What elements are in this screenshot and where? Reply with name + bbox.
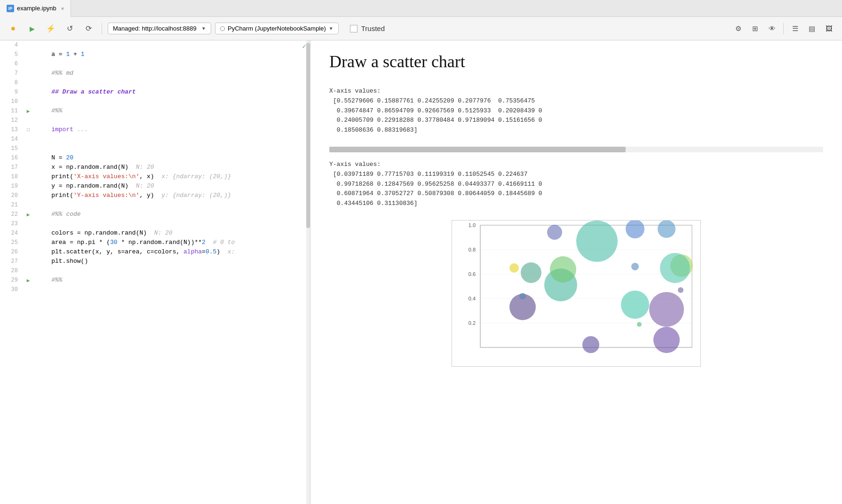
svg-text:0.6: 0.6 <box>469 271 476 277</box>
output-hscrollbar-thumb <box>329 147 626 152</box>
svg-text:0.4: 0.4 <box>469 296 476 301</box>
svg-point-17 <box>521 262 541 283</box>
svg-point-28 <box>660 253 690 283</box>
svg-point-22 <box>621 291 649 319</box>
tab-filename: example.ipynb <box>17 5 56 12</box>
trusted-checkbox[interactable] <box>350 25 357 32</box>
svg-text:0.8: 0.8 <box>469 247 476 252</box>
svg-point-20 <box>547 225 562 240</box>
svg-text:0.2: 0.2 <box>469 320 476 326</box>
run-button[interactable]: ● <box>6 21 21 36</box>
kernel-status-circle <box>220 26 225 31</box>
image-icon[interactable]: 🖼 <box>821 21 836 36</box>
cell-run-11[interactable]: ▶ <box>24 106 33 116</box>
tab-close-button[interactable]: × <box>61 6 64 11</box>
code-line-21: 21 <box>0 200 310 210</box>
code-line-24: 24 colors = np.random.rand(N) N: 20 <box>0 228 310 238</box>
view-icon[interactable]: 👁 <box>764 21 779 36</box>
server-dropdown-arrow: ▼ <box>201 26 206 31</box>
code-line-29: 29 ▶ #%% <box>0 276 310 285</box>
code-scrollbar-thumb <box>306 43 310 228</box>
code-line-6: 6 <box>0 59 310 69</box>
svg-point-23 <box>576 220 618 262</box>
main-area: ✓ 4 5 a = 1 + 1 6 7 #%% md 8 <box>0 40 842 504</box>
refresh-button[interactable]: ⟳ <box>81 21 96 36</box>
code-line-14: 14 <box>0 134 310 144</box>
code-line-5: 5 a = 1 + 1 <box>0 50 310 59</box>
toolbar: ● ▶ ⚡ ↺ ⟳ Managed: http://localhost:8889… <box>0 17 842 40</box>
yaxis-label: Y-axis values: <box>329 160 823 170</box>
svg-point-19 <box>550 256 576 283</box>
toolbar-separator-2 <box>783 23 784 34</box>
code-line-13: 13 □ import ... <box>0 125 310 134</box>
svg-point-29 <box>653 327 680 353</box>
svg-point-24 <box>658 220 675 238</box>
code-line-16: 16 N = 20 <box>0 153 310 163</box>
code-line-8: 8 <box>0 78 310 87</box>
trusted-label: Trusted <box>361 24 385 32</box>
code-line-23: 23 <box>0 219 310 228</box>
code-panel[interactable]: ✓ 4 5 a = 1 + 1 6 7 #%% md 8 <box>0 40 310 504</box>
notebook-tab[interactable]: IP example.ipynb × <box>0 0 71 17</box>
code-line-11: 11 ▶ #%% <box>0 106 310 116</box>
svg-point-27 <box>637 322 642 327</box>
code-line-7: 7 #%% md <box>0 69 310 78</box>
toolbar-separator-1 <box>102 23 102 34</box>
xaxis-output: X-axis values: [0.55279606 0.15887761 0.… <box>329 87 823 135</box>
scatter-chart: 1.0 0.8 0.6 0.4 0.2 <box>452 220 701 366</box>
kernel-dropdown-arrow: ▼ <box>329 26 334 31</box>
output-panel[interactable]: Draw a scatter chart X-axis values: [0.5… <box>310 40 842 504</box>
code-line-19: 19 y = np.random.rand(N) N: 20 <box>0 181 310 191</box>
code-line-27: 27 plt.show() <box>0 257 310 266</box>
svg-point-26 <box>649 292 684 327</box>
tab-bar: IP example.ipynb × <box>0 0 842 17</box>
output-title: Draw a scatter chart <box>329 52 823 71</box>
yaxis-data: [0.03971189 0.77715703 0.11199319 0.1105… <box>333 170 823 209</box>
svg-point-16 <box>519 293 526 299</box>
code-line-20: 20 print('Y-axis values:\n', y) y: {ndar… <box>0 191 310 200</box>
xaxis-data: [0.55279606 0.15887761 0.24255209 0.2077… <box>333 96 823 135</box>
cell-status-checkmark: ✓ <box>302 42 306 50</box>
kernel-selector[interactable]: PyCharm (JupyterNotebookSample) ▼ <box>215 23 339 34</box>
code-line-30: 30 <box>0 285 310 294</box>
code-line-10: 10 <box>0 97 310 106</box>
code-line-26: 26 plt.scatter(x, y, s=area, c=colors, a… <box>0 247 310 257</box>
code-line-28: 28 <box>0 266 310 276</box>
code-line-9: 9 ## Draw a scatter chart <box>0 87 310 97</box>
code-line-15: 15 <box>0 144 310 153</box>
toolbar-right: ⚙ ⊞ 👁 ☰ ▤ 🖼 <box>731 21 836 36</box>
code-line-25: 25 area = np.pi * (30 * np.random.rand(N… <box>0 238 310 247</box>
code-line-17: 17 x = np.random.rand(N) N: 20 <box>0 163 310 172</box>
server-selector[interactable]: Managed: http://localhost:8889 ▼ <box>108 23 211 34</box>
columns-icon[interactable]: ⊞ <box>747 21 763 36</box>
cell-run-22[interactable]: ▶ <box>24 210 33 219</box>
run-all-button[interactable]: ▶ <box>24 21 40 36</box>
cell-run-29[interactable]: ▶ <box>24 276 33 285</box>
restart-button[interactable]: ↺ <box>62 21 77 36</box>
code-scrollbar[interactable] <box>306 40 310 504</box>
svg-point-21 <box>509 263 519 273</box>
output-hscrollbar[interactable] <box>329 147 823 152</box>
svg-text:1.0: 1.0 <box>469 222 476 228</box>
svg-point-31 <box>631 263 639 270</box>
code-line-4: 4 <box>0 40 310 50</box>
server-label: Managed: http://localhost:8889 <box>113 25 197 32</box>
svg-point-33 <box>582 336 599 353</box>
file-icon: IP <box>7 5 14 12</box>
xaxis-label: X-axis values: <box>329 87 823 96</box>
trusted-area: Trusted <box>350 24 385 32</box>
panel-icon[interactable]: ▤ <box>804 21 819 36</box>
code-line-12: 12 <box>0 116 310 125</box>
code-line-22: 22 ▶ #%% code <box>0 210 310 219</box>
yaxis-output: Y-axis values: [0.03971189 0.77715703 0.… <box>329 160 823 209</box>
settings-icon[interactable]: ⚙ <box>731 21 746 36</box>
lightning-button[interactable]: ⚡ <box>43 21 58 36</box>
menu-icon[interactable]: ☰ <box>787 21 802 36</box>
kernel-label: PyCharm (JupyterNotebookSample) <box>228 25 326 32</box>
svg-point-32 <box>678 287 683 293</box>
scatter-chart-container: 1.0 0.8 0.6 0.4 0.2 <box>452 220 701 367</box>
code-line-18: 18 print('X-axis values:\n', x) x: {ndar… <box>0 172 310 181</box>
